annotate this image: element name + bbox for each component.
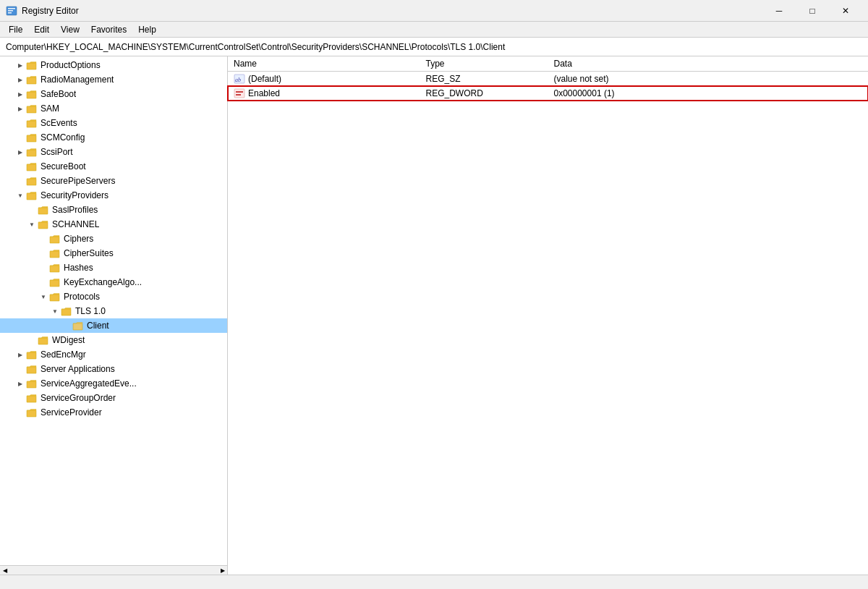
menu-item-help[interactable]: Help xyxy=(132,23,162,36)
tree-item-schannel[interactable]: ▼ SCHANNEL xyxy=(0,217,227,232)
tree-label-cipherSuites: CipherSuites xyxy=(64,248,114,258)
folder-icon-secureBoot xyxy=(26,161,38,171)
svg-rect-28 xyxy=(27,410,36,417)
registry-row-enabled[interactable]: EnabledREG_DWORD0x00000001 (1) xyxy=(228,86,868,101)
minimize-button[interactable]: ─ xyxy=(762,0,796,22)
expand-btn-radioManagement[interactable]: ▶ xyxy=(14,74,26,85)
tree-label-safeBoot: SafeBoot xyxy=(41,89,76,99)
app-icon xyxy=(6,5,17,17)
svg-rect-32 xyxy=(236,91,243,93)
folder-icon-cipherSuites xyxy=(49,248,61,258)
tree-item-securePipeServers[interactable]: SecurePipeServers xyxy=(0,174,227,188)
tree-label-serverApplications: Server Applications xyxy=(41,364,115,374)
tree-h-scrollbar[interactable]: ◀ ▶ xyxy=(0,565,227,575)
svg-rect-10 xyxy=(27,150,36,156)
folder-icon-sedEncMgr xyxy=(26,349,38,360)
col-header-name: Name xyxy=(228,56,420,72)
expand-btn-safeBoot[interactable]: ▶ xyxy=(14,88,26,100)
status-bar xyxy=(0,575,868,589)
folder-icon-radioManagement xyxy=(26,75,38,85)
menu-item-edit[interactable]: Edit xyxy=(28,23,55,36)
tree-label-keyExchangeAlgo: KeyExchangeAlgo... xyxy=(64,277,142,287)
expand-btn-sedEncMgr[interactable]: ▶ xyxy=(14,349,26,360)
tree-item-hashes[interactable]: Hashes xyxy=(0,260,227,275)
tree-item-sedEncMgr[interactable]: ▶ SedEncMgr xyxy=(0,347,227,362)
tree-item-scEvents[interactable]: ScEvents xyxy=(0,116,227,130)
svg-rect-11 xyxy=(27,164,36,171)
tree-item-secureBoot[interactable]: SecureBoot xyxy=(0,159,227,174)
col-header-type: Type xyxy=(420,56,548,72)
tree-label-sedEncMgr: SedEncMgr xyxy=(41,349,86,360)
tree-label-saslProfiles: SaslProfiles xyxy=(52,205,98,215)
folder-icon-serviceGroupOrder xyxy=(26,393,38,403)
tree-label-scsiPort: ScsiPort xyxy=(41,147,73,157)
tree-item-productOptions[interactable]: ▶ ProductOptions xyxy=(0,58,227,72)
tree-item-wdigest[interactable]: WDigest xyxy=(0,333,227,347)
svg-rect-21 xyxy=(61,309,71,315)
col-header-data: Data xyxy=(548,56,869,72)
menu-item-file[interactable]: File xyxy=(3,23,28,36)
h-scroll-right[interactable]: ▶ xyxy=(218,566,227,575)
menu-item-favorites[interactable]: Favorites xyxy=(85,23,132,36)
tree-item-cipherSuites[interactable]: CipherSuites xyxy=(0,246,227,260)
expand-btn-saslProfiles xyxy=(26,204,38,216)
svg-rect-25 xyxy=(27,367,36,373)
folder-icon-scsiPort xyxy=(26,147,38,157)
folder-icon-client xyxy=(72,321,84,331)
expand-btn-protocols[interactable]: ▼ xyxy=(38,291,49,302)
tree-item-ciphers[interactable]: Ciphers xyxy=(0,232,227,246)
tree-item-protocols[interactable]: ▼ Protocols xyxy=(0,289,227,304)
expand-btn-tls10[interactable]: ▼ xyxy=(49,305,61,317)
tree-item-keyExchangeAlgo[interactable]: KeyExchangeAlgo... xyxy=(0,275,227,289)
tree-label-serviceProvider: ServiceProvider xyxy=(41,407,102,418)
folder-icon-serverApplications xyxy=(26,364,38,374)
tree-item-serviceProvider[interactable]: ServiceProvider xyxy=(0,405,227,420)
expand-btn-serverApplications xyxy=(14,363,26,375)
h-scroll-left[interactable]: ◀ xyxy=(0,566,9,575)
folder-icon-sam xyxy=(26,103,38,114)
reg-type-enabled: REG_DWORD xyxy=(420,86,548,101)
expand-btn-productOptions[interactable]: ▶ xyxy=(14,59,26,71)
reg-icon-enabled xyxy=(234,88,245,99)
window-controls: ─ □ ✕ xyxy=(762,0,862,22)
tree-item-sam[interactable]: ▶ SAM xyxy=(0,101,227,116)
tree-item-client[interactable]: Client xyxy=(0,318,227,333)
expand-btn-scsiPort[interactable]: ▶ xyxy=(14,146,26,158)
tree-item-saslProfiles[interactable]: SaslProfiles xyxy=(0,203,227,217)
tree-item-serviceGroupOrder[interactable]: ServiceGroupOrder xyxy=(0,391,227,405)
svg-text:ab: ab xyxy=(235,77,241,83)
tree-label-productOptions: ProductOptions xyxy=(41,60,101,70)
expand-btn-securityProviders[interactable]: ▼ xyxy=(14,190,26,201)
tree-label-wdigest: WDigest xyxy=(52,335,85,345)
tree-item-serviceAggregatedEve[interactable]: ▶ ServiceAggregatedEve... xyxy=(0,376,227,391)
folder-icon-serviceProvider xyxy=(26,407,38,418)
folder-icon-scmConfig xyxy=(26,132,38,143)
h-scroll-track[interactable] xyxy=(9,566,218,575)
tree-item-serverApplications[interactable]: Server Applications xyxy=(0,362,227,376)
tree-label-serviceAggregatedEve: ServiceAggregatedEve... xyxy=(41,378,137,389)
expand-btn-scEvents xyxy=(14,117,26,129)
close-button[interactable]: ✕ xyxy=(829,0,862,22)
tree-item-securityProviders[interactable]: ▼ SecurityProviders xyxy=(0,188,227,203)
tree-items-container: ▶ ProductOptions▶ RadioManagement▶ SafeB… xyxy=(0,58,227,420)
expand-btn-schannel[interactable]: ▼ xyxy=(26,219,38,230)
tree-item-scmConfig[interactable]: SCMConfig xyxy=(0,130,227,145)
expand-btn-hashes xyxy=(38,262,49,274)
tree-item-safeBoot[interactable]: ▶ SafeBoot xyxy=(0,87,227,101)
maximize-button[interactable]: □ xyxy=(796,0,829,22)
registry-row-default[interactable]: ab (Default)REG_SZ(value not set) xyxy=(228,72,868,87)
svg-rect-8 xyxy=(27,121,36,127)
svg-rect-7 xyxy=(27,106,36,113)
tree-item-scsiPort[interactable]: ▶ ScsiPort xyxy=(0,145,227,159)
expand-btn-serviceAggregatedEve[interactable]: ▶ xyxy=(14,378,26,389)
svg-rect-1 xyxy=(8,8,15,9)
folder-icon-schannel xyxy=(38,219,49,229)
svg-rect-6 xyxy=(27,92,36,98)
expand-btn-sam[interactable]: ▶ xyxy=(14,103,26,114)
tree-item-tls10[interactable]: ▼ TLS 1.0 xyxy=(0,304,227,318)
svg-rect-17 xyxy=(50,251,59,258)
menu-item-view[interactable]: View xyxy=(55,23,85,36)
tree-item-radioManagement[interactable]: ▶ RadioManagement xyxy=(0,72,227,87)
svg-rect-19 xyxy=(50,280,59,287)
folder-icon-safeBoot xyxy=(26,89,38,99)
